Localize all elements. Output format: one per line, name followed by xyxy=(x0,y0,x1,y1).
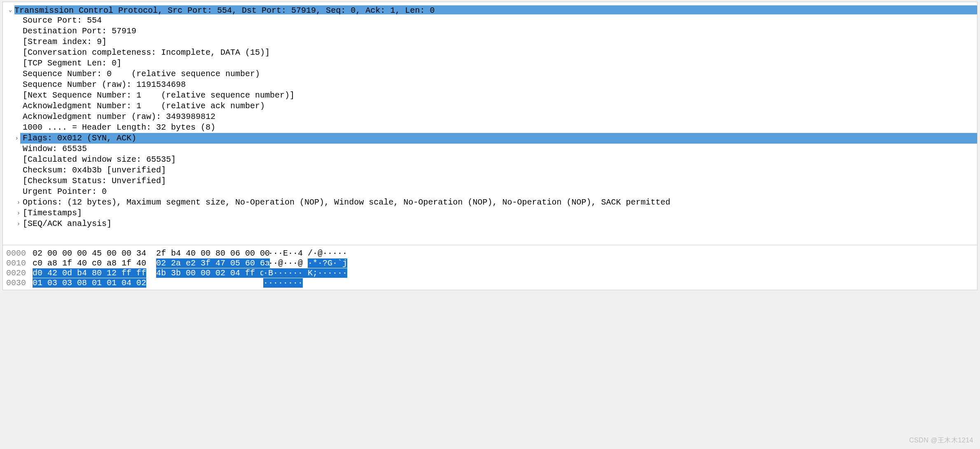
field-seq-ack-text: [SEQ/ACK analysis] xyxy=(23,219,112,229)
field-options-text: Options: (12 bytes), Maximum segment siz… xyxy=(23,197,670,208)
field-urgent-ptr[interactable]: Urgent Pointer: 0 xyxy=(3,186,977,197)
protocol-tree-pane[interactable]: ⌄ Transmission Control Protocol, Src Por… xyxy=(2,2,978,245)
field-text: [Stream index: 9] xyxy=(23,37,107,47)
field-dest-port[interactable]: Destination Port: 57919 xyxy=(3,26,977,37)
field-checksum[interactable]: Checksum: 0x4b3b [unverified] xyxy=(3,165,977,176)
field-text: Window: 65535 xyxy=(23,144,87,154)
field-timestamps-row[interactable]: › [Timestamps] xyxy=(3,208,977,219)
field-tcp-seg-len[interactable]: [TCP Segment Len: 0] xyxy=(3,58,977,69)
hex-offset: 0030 xyxy=(6,278,33,286)
field-calc-window[interactable]: [Calculated window size: 65535] xyxy=(3,154,977,165)
field-text: Urgent Pointer: 0 xyxy=(23,186,107,197)
hex-row-0000[interactable]: 0000 02 00 00 00 45 00 00 34 2f b4 40 00… xyxy=(3,248,977,258)
field-text: 1000 .... = Header Length: 32 bytes (8) xyxy=(23,122,215,133)
hex-bytes: c0 a8 1f 40 c0 a8 1f 40 02 2a e2 3f 47 0… xyxy=(33,258,247,267)
field-source-port[interactable]: Source Port: 554 xyxy=(3,15,977,26)
tcp-header-text: Transmission Control Protocol, Src Port:… xyxy=(14,5,977,14)
hex-dump-pane[interactable]: 0000 02 00 00 00 45 00 00 34 2f b4 40 00… xyxy=(2,245,978,290)
watermark-text: CSDN @王木木1214 xyxy=(909,436,973,445)
hex-row-0030[interactable]: 0030 01 03 03 08 01 01 04 02 ········ xyxy=(3,277,977,287)
hex-ascii: ····E··4 /·@····· xyxy=(263,249,347,257)
field-text: Checksum: 0x4b3b [unverified] xyxy=(23,165,166,176)
field-text: Sequence Number (raw): 1191534698 xyxy=(23,79,186,90)
field-stream-index[interactable]: [Stream index: 9] xyxy=(3,37,977,47)
field-options-row[interactable]: › Options: (12 bytes), Maximum segment s… xyxy=(3,197,977,208)
caret-right-icon[interactable]: › xyxy=(15,135,19,142)
packet-detail-window: ⌄ Transmission Control Protocol, Src Por… xyxy=(0,0,980,449)
field-ack-num[interactable]: Acknowledgment Number: 1 (relative ack n… xyxy=(3,101,977,112)
field-text: [Conversation completeness: Incomplete, … xyxy=(23,47,270,58)
tcp-header-row[interactable]: ⌄ Transmission Control Protocol, Src Por… xyxy=(3,5,977,15)
hex-bytes: 02 00 00 00 45 00 00 34 2f b4 40 00 80 0… xyxy=(33,249,247,257)
hex-offset: 0010 xyxy=(6,258,33,267)
field-conv-completeness[interactable]: [Conversation completeness: Incomplete, … xyxy=(3,47,977,58)
hex-offset: 0020 xyxy=(6,268,33,277)
field-seq-num[interactable]: Sequence Number: 0 (relative sequence nu… xyxy=(3,69,977,79)
hex-bytes: 01 03 03 08 01 01 04 02 xyxy=(33,278,247,286)
hex-row-0010[interactable]: 0010 c0 a8 1f 40 c0 a8 1f 40 02 2a e2 3f… xyxy=(3,258,977,268)
field-text: [Next Sequence Number: 1 (relative seque… xyxy=(23,90,295,101)
field-ack-num-raw[interactable]: Acknowledgment number (raw): 3493989812 xyxy=(3,112,977,122)
field-text: Source Port: 554 xyxy=(23,15,102,26)
field-text: [Calculated window size: 65535] xyxy=(23,154,176,165)
caret-right-icon[interactable]: › xyxy=(14,208,23,219)
field-timestamps-text: [Timestamps] xyxy=(23,208,82,219)
field-next-seq[interactable]: [Next Sequence Number: 1 (relative seque… xyxy=(3,90,977,101)
caret-down-icon[interactable]: ⌄ xyxy=(6,5,14,15)
field-text: Acknowledgment Number: 1 (relative ack n… xyxy=(23,101,265,112)
field-seq-num-raw[interactable]: Sequence Number (raw): 1191534698 xyxy=(3,79,977,90)
hex-offset: 0000 xyxy=(6,249,33,257)
field-flags-text: Flags: 0x012 (SYN, ACK) xyxy=(20,133,977,144)
field-text: Acknowledgment number (raw): 3493989812 xyxy=(23,112,215,122)
hex-ascii: ···@···@ ·*·?G·`j xyxy=(263,258,347,267)
field-text: [Checksum Status: Unverified] xyxy=(23,176,166,186)
caret-right-icon[interactable]: › xyxy=(14,197,23,208)
field-header-len[interactable]: 1000 .... = Header Length: 32 bytes (8) xyxy=(3,122,977,133)
hex-ascii: ·B······ K;······ xyxy=(263,268,347,277)
field-flags-row[interactable]: › Flags: 0x012 (SYN, ACK) xyxy=(3,133,977,144)
field-seq-ack-row[interactable]: › [SEQ/ACK analysis] xyxy=(3,219,977,229)
field-window[interactable]: Window: 65535 xyxy=(3,144,977,154)
hex-ascii: ········ xyxy=(263,278,303,286)
hex-row-0020[interactable]: 0020 d0 42 0d b4 80 12 ff ff 4b 3b 00 00… xyxy=(3,268,977,277)
field-text: Sequence Number: 0 (relative sequence nu… xyxy=(23,69,260,79)
caret-right-icon[interactable]: › xyxy=(14,219,23,229)
field-text: Destination Port: 57919 xyxy=(23,26,136,37)
field-checksum-status[interactable]: [Checksum Status: Unverified] xyxy=(3,176,977,186)
field-text: [TCP Segment Len: 0] xyxy=(23,58,122,69)
hex-bytes: d0 42 0d b4 80 12 ff ff 4b 3b 00 00 02 0… xyxy=(33,268,247,277)
